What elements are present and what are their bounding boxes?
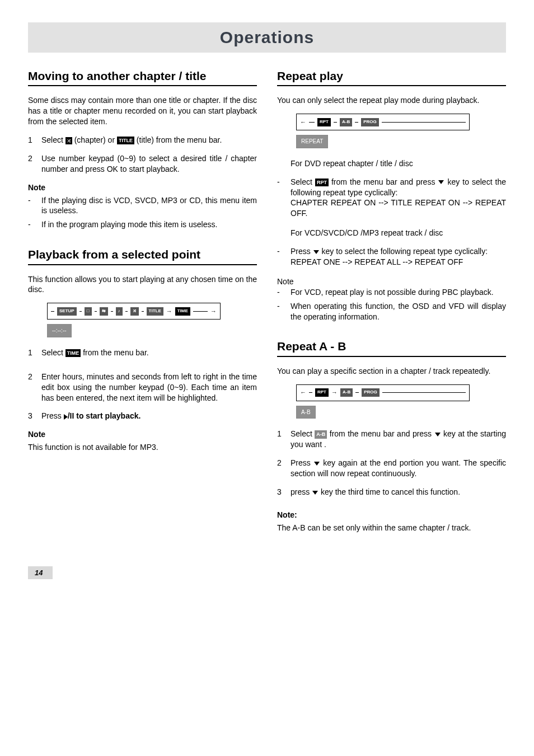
note-label: Note	[277, 276, 506, 287]
sub-heading: For VCD/SVCD/CD /MP3 repeat track / disc	[291, 228, 506, 238]
note-item: -If the playing disc is VCD, SVCD, MP3 o…	[28, 195, 257, 217]
osd-illustration: ← RPT→ A-B PROG A-B	[296, 384, 506, 419]
step-1: 1 Select TIME from the menu bar.	[28, 348, 257, 358]
text: Select	[41, 348, 63, 357]
sub-heading: For DVD repeat chapter / title / disc	[291, 158, 506, 169]
text: For VCD, repeat play is not possible dur…	[291, 287, 506, 298]
osd-chip: PROG	[362, 388, 380, 397]
osd-chip-active: RPT	[317, 118, 331, 126]
osd-menu-bar: ← RPT A-B PROG	[296, 114, 470, 130]
osd-chip: □	[85, 307, 92, 316]
time-icon: TIME	[65, 349, 81, 357]
text: Press	[291, 458, 311, 467]
text: Press	[41, 411, 64, 420]
text: from the menu bar and press	[331, 177, 435, 186]
text: key to select the following repeat type …	[322, 247, 488, 256]
down-arrow-icon	[313, 250, 319, 254]
text: Use number keypad (0~9) to select a desi…	[41, 153, 257, 175]
step-1: 1 Select A-B from the menu bar and press…	[277, 429, 506, 450]
step-2: 2 Use number keypad (0~9) to select a de…	[28, 153, 257, 175]
text: Press	[291, 247, 311, 256]
osd-menu-bar: SETUP □ ⇆ ♪ ⤨ TITLE→ TIME →	[47, 303, 221, 320]
step-1: 1 Select ⤨ (chapter) or TITLE (title) fr…	[28, 135, 257, 145]
osd-status-label: A-B	[296, 406, 316, 419]
osd-illustration: SETUP □ ⇆ ♪ ⤨ TITLE→ TIME → --:--:--	[47, 303, 257, 337]
osd-chip: ⤨	[130, 307, 139, 316]
title-icon: TITLE	[117, 137, 134, 144]
osd-chip: SETUP	[57, 307, 77, 316]
text: press	[291, 487, 310, 496]
step-number: 2	[28, 372, 41, 403]
step-number: 1	[28, 135, 41, 145]
text: This function is not available for MP3.	[28, 442, 257, 453]
paragraph: You can only select the repeat play mode…	[277, 95, 506, 106]
section-heading-playback-point: Playback from a selected point	[28, 247, 257, 265]
note-item: -For VCD, repeat play is not possible du…	[277, 287, 506, 298]
page-title: Operations	[28, 28, 506, 47]
text: Select	[291, 429, 312, 438]
osd-chip-active: TIME	[175, 307, 190, 316]
text: Enter hours, minutes and seconds from le…	[41, 372, 257, 403]
step-3: 3 Press /II to start playback.	[28, 411, 257, 421]
down-arrow-icon	[314, 462, 320, 466]
rpt-icon: RPT	[315, 179, 329, 186]
down-arrow-icon	[438, 180, 444, 184]
note-item: -When operating this function, the OSD a…	[277, 301, 506, 322]
footer: 14	[28, 566, 506, 579]
text: Select	[291, 177, 312, 186]
bullet: - Press key to select the following repe…	[277, 246, 506, 267]
osd-chip: ⇆	[100, 307, 108, 316]
text: /II to start playback.	[68, 411, 141, 420]
osd-status-label: REPEAT	[296, 135, 328, 148]
text: from the menu bar.	[83, 348, 149, 357]
text: (title) from the menu bar.	[137, 135, 222, 144]
step-2: 2 Press key again at the end portion you…	[277, 458, 506, 479]
page-number: 14	[28, 566, 53, 579]
text: key the third time to cancel this functi…	[321, 487, 460, 496]
section-heading-repeat-ab: Repeat A - B	[277, 339, 506, 356]
osd-chip: PROG	[361, 118, 379, 126]
text: The A-B can be set only within the same …	[277, 523, 506, 533]
osd-chip: ♪	[116, 307, 123, 316]
osd-illustration: ← RPT A-B PROG REPEAT	[296, 114, 506, 148]
bullet: - Select RPT from the menu bar and press…	[277, 177, 506, 219]
step-number: 3	[28, 411, 41, 421]
note-item: -If in the program playing mode this ite…	[28, 219, 257, 230]
osd-chip: A-B	[340, 118, 352, 126]
text: When operating this function, the OSD an…	[291, 301, 506, 322]
text: If in the program playing mode this item…	[41, 219, 257, 230]
page-title-band: Operations	[28, 22, 506, 53]
chapter-icon: ⤨	[65, 137, 72, 145]
text: REPEAT ONE --> REPEAT ALL --> REPEAT OFF	[291, 257, 506, 267]
step-3: 3 press key the third time to cancel thi…	[277, 487, 506, 497]
right-column: Repeat play You can only select the repe…	[277, 68, 506, 533]
two-column-layout: Moving to another chapter / title Some d…	[28, 68, 506, 533]
step-2: 2 Enter hours, minutes and seconds from …	[28, 372, 257, 403]
section-heading-moving: Moving to another chapter / title	[28, 68, 257, 86]
osd-menu-bar: ← RPT→ A-B PROG	[296, 384, 470, 401]
paragraph: Some discs may contain more than one tit…	[28, 95, 257, 127]
down-arrow-icon	[435, 433, 441, 436]
ab-icon: A-B	[315, 430, 327, 438]
osd-status-label: --:--:--	[47, 324, 72, 337]
section-heading-repeat-play: Repeat play	[277, 68, 506, 86]
text: Select	[41, 135, 63, 144]
osd-chip-active: A-B	[340, 388, 353, 397]
paragraph: You can play a specific section in a cha…	[277, 366, 506, 377]
step-number: 1	[277, 429, 291, 450]
text: (chapter) or	[74, 135, 115, 144]
text: key again at the end portion you want. T…	[291, 458, 506, 478]
note-label: Note:	[277, 510, 506, 520]
paragraph: This function allows you to start playin…	[28, 274, 257, 295]
text: If the playing disc is VCD, SVCD, MP3 or…	[41, 195, 257, 217]
note-label: Note	[28, 429, 257, 440]
text: CHAPTER REPEAT ON --> TITLE REPEAT ON --…	[291, 198, 506, 219]
note-label: Note	[28, 182, 257, 193]
play-icon	[64, 414, 68, 420]
left-column: Moving to another chapter / title Some d…	[28, 68, 257, 533]
step-number: 3	[277, 487, 291, 497]
osd-chip: TITLE	[147, 307, 163, 316]
osd-chip: RPT	[315, 388, 329, 397]
down-arrow-icon	[312, 491, 318, 495]
step-number: 1	[28, 348, 41, 358]
